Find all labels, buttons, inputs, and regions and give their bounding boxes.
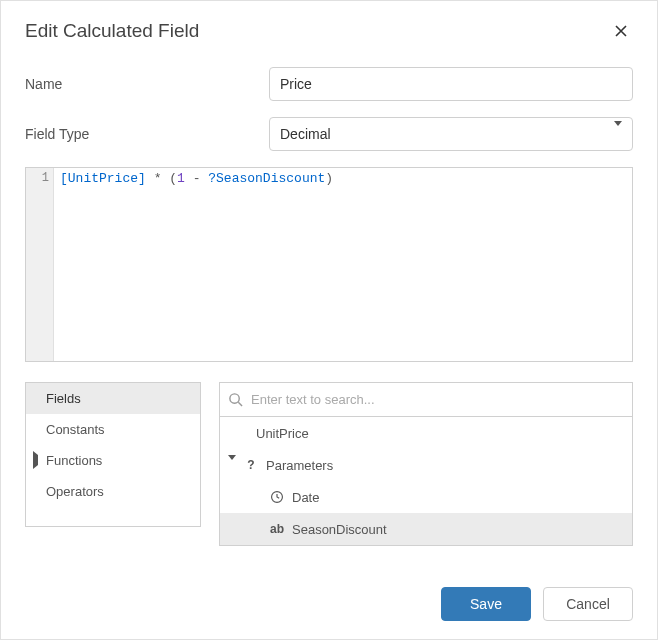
dialog-header: Edit Calculated Field — [1, 1, 657, 57]
cancel-button[interactable]: Cancel — [543, 587, 633, 621]
category-label: Constants — [46, 422, 105, 437]
close-button[interactable] — [609, 19, 633, 43]
category-label: Fields — [46, 391, 81, 406]
category-label: Operators — [46, 484, 104, 499]
edit-calculated-field-dialog: Edit Calculated Field Name Field Type De… — [0, 0, 658, 640]
save-button[interactable]: Save — [441, 587, 531, 621]
line-gutter: 1 — [26, 168, 54, 361]
name-input[interactable] — [269, 67, 633, 101]
field-type-select[interactable]: Decimal — [269, 117, 633, 151]
field-type-control: Decimal — [269, 117, 633, 151]
param-seasondiscount[interactable]: ab SeasonDiscount — [220, 513, 632, 545]
save-button-label: Save — [470, 596, 502, 612]
name-control — [269, 67, 633, 101]
svg-point-0 — [230, 394, 239, 403]
category-label: Functions — [46, 453, 102, 468]
token-param-ref: ?SeasonDiscount — [208, 171, 325, 186]
category-functions[interactable]: Functions — [26, 445, 200, 476]
token-op: - — [185, 171, 208, 186]
expression-editor[interactable]: 1 [UnitPrice] * (1 - ?SeasonDiscount) — [25, 167, 633, 362]
line-number: 1 — [26, 171, 49, 185]
category-fields[interactable]: Fields — [26, 383, 200, 414]
category-list: Fields Constants Functions Operators — [25, 382, 201, 527]
chevron-right-icon — [33, 455, 38, 465]
field-type-value: Decimal — [280, 126, 331, 142]
fields-panel: UnitPrice ? Parameters Date ab SeasonDis… — [219, 382, 633, 546]
category-operators[interactable]: Operators — [26, 476, 200, 507]
close-icon — [613, 23, 629, 39]
lower-panels: Fields Constants Functions Operators — [25, 382, 633, 546]
dialog-title: Edit Calculated Field — [25, 20, 199, 42]
dialog-body: Name Field Type Decimal 1 [UnitPrice] * … — [1, 57, 657, 546]
param-label: SeasonDiscount — [292, 522, 387, 537]
field-unitprice[interactable]: UnitPrice — [220, 417, 632, 449]
name-row: Name — [25, 67, 633, 101]
search-icon — [228, 392, 243, 407]
code-content[interactable]: [UnitPrice] * (1 - ?SeasonDiscount) — [54, 168, 632, 361]
search-input[interactable] — [249, 391, 624, 408]
name-label: Name — [25, 76, 269, 92]
token-op: ) — [325, 171, 333, 186]
chevron-down-icon — [228, 460, 242, 470]
dialog-footer: Save Cancel — [1, 569, 657, 639]
group-label: Parameters — [266, 458, 333, 473]
token-field-ref: [UnitPrice] — [60, 171, 146, 186]
token-op: * ( — [146, 171, 177, 186]
text-type-icon: ab — [268, 522, 286, 536]
token-number: 1 — [177, 171, 185, 186]
field-type-row: Field Type Decimal — [25, 117, 633, 151]
param-date[interactable]: Date — [220, 481, 632, 513]
param-label: Date — [292, 490, 319, 505]
chevron-down-icon — [614, 126, 622, 142]
category-constants[interactable]: Constants — [26, 414, 200, 445]
cancel-button-label: Cancel — [566, 596, 610, 612]
question-icon: ? — [242, 458, 260, 472]
search-row — [220, 383, 632, 417]
clock-icon — [268, 490, 286, 504]
field-label: UnitPrice — [256, 426, 309, 441]
group-parameters[interactable]: ? Parameters — [220, 449, 632, 481]
field-type-label: Field Type — [25, 126, 269, 142]
